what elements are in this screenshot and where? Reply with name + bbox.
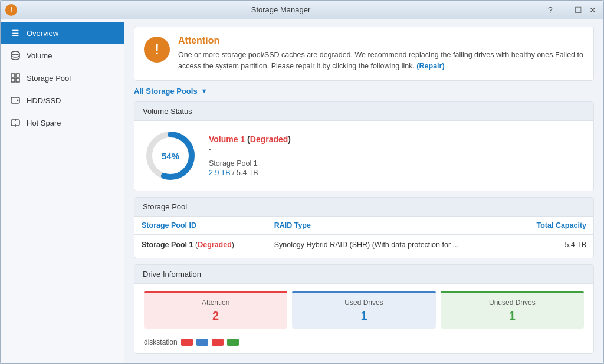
minimize-button[interactable]: — <box>559 4 570 16</box>
pool-size: 2.9 TB / 5.4 TB <box>209 169 291 177</box>
svg-point-0 <box>11 51 19 55</box>
help-button[interactable]: ? <box>544 4 556 16</box>
attention-icon: ! <box>144 37 170 63</box>
svg-rect-2 <box>16 74 19 77</box>
drive-info-header: Drive Information <box>134 265 593 284</box>
hdd-ssd-icon <box>10 95 21 106</box>
app-icon: ! <box>5 4 17 16</box>
donut-label: 54% <box>162 150 179 160</box>
drive-info-body: Attention 2 Used Drives 1 Unused Drives … <box>134 284 593 335</box>
window-title: Storage Manager <box>251 5 310 14</box>
maximize-button[interactable]: ☐ <box>573 4 585 16</box>
volume-dash: - <box>209 145 291 153</box>
filter-dropdown-icon[interactable]: ▼ <box>201 87 208 94</box>
alert-box: ! Attention One or more storage pool/SSD… <box>134 27 594 81</box>
svg-point-6 <box>17 100 19 101</box>
title-bar: ! Storage Manager ? — ☐ ✕ <box>1 1 603 19</box>
svg-rect-4 <box>16 78 19 82</box>
disk-dot-3 <box>212 339 224 346</box>
alert-title: Attention <box>178 35 584 46</box>
disk-dot-4 <box>227 339 239 346</box>
storage-pool-header: Storage Pool <box>134 198 593 217</box>
hot-spare-icon <box>10 117 21 128</box>
volume-status-badge: Degraded <box>250 135 288 144</box>
main-panel: ! Attention One or more storage pool/SSD… <box>124 19 603 363</box>
volume-icon <box>10 50 21 61</box>
sidebar-label-volume: Volume <box>27 51 52 60</box>
filter-label[interactable]: All Storage Pools <box>134 87 198 96</box>
diskstation-row: diskstation <box>134 335 593 353</box>
col-total-capacity: Total Capacity <box>514 217 593 235</box>
disk-dot-2 <box>196 339 208 346</box>
diskstation-label: diskstation <box>144 338 178 346</box>
sidebar-item-volume[interactable]: Volume <box>1 44 124 67</box>
storage-pool-section: Storage Pool Storage Pool ID RAID Type T… <box>134 197 594 258</box>
storage-pool-icon <box>10 73 21 83</box>
unused-drives-card-count: 1 <box>448 309 577 323</box>
volume-status-body: 54% Volume 1 (Degraded) - Storage Pool 1… <box>134 121 593 191</box>
attention-card-count: 2 <box>151 309 280 323</box>
repair-link[interactable]: (Repair) <box>416 62 444 70</box>
table-row[interactable]: Storage Pool 1 (Degraded) Synology Hybri… <box>134 234 593 255</box>
pool-id-cell: Storage Pool 1 (Degraded) <box>134 234 267 255</box>
capacity-cell: 5.4 TB <box>514 234 593 255</box>
drive-info-section: Drive Information Attention 2 Used Drive… <box>134 264 594 354</box>
sidebar-item-storage-pool[interactable]: Storage Pool <box>1 67 124 89</box>
pool-name: Storage Pool 1 <box>209 159 291 168</box>
used-drives-card-title: Used Drives <box>299 299 428 307</box>
volume-status-section: Volume Status 54% Volume 1 (Degraded) <box>134 101 594 191</box>
donut-chart: 54% <box>144 129 197 182</box>
sidebar-label-storage-pool: Storage Pool <box>27 74 71 83</box>
col-raid-type: RAID Type <box>267 217 514 235</box>
disk-dot-1 <box>181 339 193 346</box>
volume-name: Volume 1 (Degraded) <box>209 135 291 144</box>
svg-rect-1 <box>11 74 15 77</box>
used-drives-card-count: 1 <box>299 309 428 323</box>
filter-bar: All Storage Pools ▼ <box>134 87 594 96</box>
app-window: ! Storage Manager ? — ☐ ✕ ☰ Overview Vol… <box>0 0 604 364</box>
col-pool-id: Storage Pool ID <box>134 217 267 235</box>
sidebar-label-hot-spare: Hot Spare <box>27 119 61 127</box>
sidebar-item-overview[interactable]: ☰ Overview <box>1 22 124 44</box>
unused-drives-card-title: Unused Drives <box>448 299 577 307</box>
volume-info: Volume 1 (Degraded) - Storage Pool 1 2.9… <box>209 135 291 177</box>
attention-card-title: Attention <box>151 299 280 307</box>
table-header-row: Storage Pool ID RAID Type Total Capacity <box>134 217 593 235</box>
close-button[interactable]: ✕ <box>587 4 599 16</box>
volume-status-header: Volume Status <box>134 102 593 121</box>
used-drives-card: Used Drives 1 <box>292 291 435 329</box>
content-area: ☰ Overview Volume Storage Pool HDD/SSD <box>1 19 603 363</box>
sidebar-label-hdd-ssd: HDD/SSD <box>27 96 61 105</box>
alert-content: Attention One or more storage pool/SSD c… <box>178 35 584 72</box>
alert-message: One or more storage pool/SSD caches are … <box>178 50 584 72</box>
pool-status-badge: Degraded <box>198 241 232 249</box>
raid-type-cell: Synology Hybrid RAID (SHR) (With data pr… <box>267 234 514 255</box>
sidebar: ☰ Overview Volume Storage Pool HDD/SSD <box>1 19 124 363</box>
sidebar-item-hot-spare[interactable]: Hot Spare <box>1 112 124 134</box>
sidebar-item-hdd-ssd[interactable]: HDD/SSD <box>1 89 124 112</box>
unused-drives-card: Unused Drives 1 <box>441 291 584 329</box>
storage-pool-body: Storage Pool ID RAID Type Total Capacity… <box>134 217 593 258</box>
svg-rect-3 <box>11 78 15 82</box>
attention-card: Attention 2 <box>144 291 287 329</box>
window-controls: ? — ☐ ✕ <box>544 4 599 16</box>
sidebar-label-overview: Overview <box>27 29 58 38</box>
overview-icon: ☰ <box>10 28 21 38</box>
storage-pool-table: Storage Pool ID RAID Type Total Capacity… <box>134 217 593 255</box>
